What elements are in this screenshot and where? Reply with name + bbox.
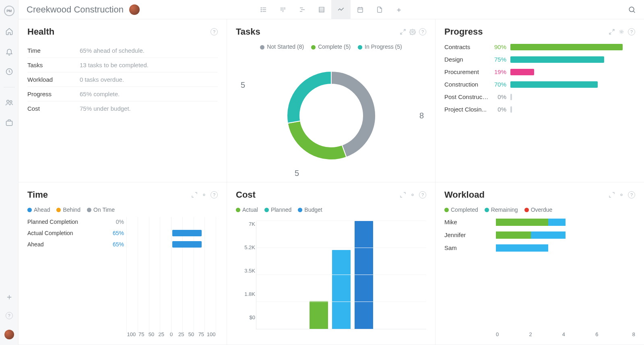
gear-icon[interactable] [618,192,625,198]
health-value: 65% ahead of schedule. [80,47,144,54]
tab-list[interactable] [254,0,273,19]
siderail: PM ＋ ? [0,0,19,345]
cost-bar [332,250,351,329]
tab-gantt[interactable] [293,0,312,19]
health-label: Cost [27,105,80,112]
time-label: Planned Completion [27,219,100,225]
gear-icon[interactable] [409,29,416,35]
svg-point-23 [629,7,634,12]
view-tabs: ＋ [254,0,409,19]
expand-icon[interactable] [609,29,615,35]
legend-item: Overdue [524,207,553,213]
legend-item: Behind [56,207,80,213]
card-title: Cost [236,190,256,200]
project-title: Creekwood Construction [27,4,124,15]
time-bar-track [126,241,218,248]
expand-icon[interactable] [609,192,615,198]
notifications-icon[interactable] [4,47,14,56]
gear-icon[interactable] [618,29,625,35]
tab-board[interactable] [273,0,293,19]
home-icon[interactable] [4,27,14,36]
card-title: Workload [444,190,485,200]
user-avatar[interactable] [4,330,14,339]
progress-pct: 90% [489,43,506,50]
workload-legend: CompletedRemainingOverdue [444,207,635,213]
time-row: Planned Completion 0% [27,219,218,225]
svg-line-26 [400,32,402,34]
time-bar [172,241,202,248]
help-icon[interactable]: ? [628,28,635,35]
add-icon[interactable]: ＋ [4,292,14,302]
svg-line-25 [403,29,405,31]
svg-rect-3 [6,121,12,126]
progress-bar-track [510,56,635,63]
tab-add[interactable]: ＋ [389,0,409,19]
axis-tick: 25 [156,331,166,337]
card-tasks: Tasks ? Not Started (8)Complete (5)In Pr… [227,19,436,182]
tasks-donut: 8 5 5 [236,54,426,177]
progress-label: Construction [444,81,489,88]
progress-bar [510,81,598,88]
health-value: 75% under budget. [80,105,131,112]
progress-bar-track [510,94,635,100]
tab-dashboard[interactable] [331,0,351,19]
health-row: Progress 65% complete. [27,87,218,101]
axis-tick: 100 [126,331,136,337]
help-icon[interactable]: ? [628,191,635,198]
help-icon[interactable]: ? [6,312,13,319]
progress-row: Project Closin... 0% [444,106,635,113]
workload-row: Sam [444,244,635,252]
time-row: Ahead 65% [27,241,218,248]
axis-tick: 8 [629,331,635,337]
expand-icon[interactable] [400,29,406,35]
card-time: Time ? AheadBehindOn Time Planned Comple… [19,182,227,345]
gear-icon[interactable] [201,192,207,198]
help-icon[interactable]: ? [419,28,426,35]
health-label: Tasks [27,62,80,68]
axis-tick: 25 [176,331,186,337]
app-root: PM ＋ ? Creekwood Construction [0,0,644,345]
progress-pct: 70% [489,81,506,88]
progress-row: Design 75% [444,56,635,63]
legend-item: Budget [298,207,322,213]
recent-icon[interactable] [4,67,14,76]
expand-icon[interactable] [400,192,406,198]
progress-row: Post Construct... 0% [444,93,635,100]
svg-point-31 [203,194,205,196]
tab-sheet[interactable] [312,0,331,19]
axis-tick: 75 [196,331,206,337]
tab-calendar[interactable] [351,0,370,19]
svg-point-7 [261,7,262,8]
time-bar-track [126,219,218,225]
help-icon[interactable]: ? [419,191,426,198]
workload-seg [548,219,566,226]
gear-icon[interactable] [409,192,416,198]
time-axis: 1007550250255075100 [27,331,218,340]
work-icon[interactable] [4,118,14,128]
help-icon[interactable]: ? [211,191,218,198]
card-progress: Progress ? Contracts 90% Design 75% Proc… [436,19,644,182]
tab-files[interactable] [370,0,389,19]
workload-seg [531,231,566,239]
time-pct: 65% [100,230,124,236]
expand-icon[interactable] [191,192,198,198]
donut-label-notstarted: 8 [419,111,424,120]
legend-item: Complete (5) [311,43,351,50]
workload-row: Jennifer [444,231,635,239]
legend-item: Completed [444,207,478,213]
app-logo[interactable]: PM [4,6,14,16]
search-icon[interactable] [628,6,636,14]
time-pct: 0% [100,219,124,225]
axis-tick: 7K [236,221,255,227]
team-icon[interactable] [4,98,14,107]
axis-tick: 100 [206,331,216,337]
topbar: Creekwood Construction ＋ [19,0,644,19]
legend-item: Remaining [485,207,518,213]
progress-bar-track [510,44,635,50]
project-avatar[interactable] [129,4,140,15]
cost-bar [310,301,328,329]
progress-label: Post Construct... [444,93,489,100]
card-health: Health ? Time 65% ahead of schedule. Tas… [19,19,227,182]
dashboard-grid: Health ? Time 65% ahead of schedule. Tas… [19,19,644,345]
help-icon[interactable]: ? [211,28,218,35]
